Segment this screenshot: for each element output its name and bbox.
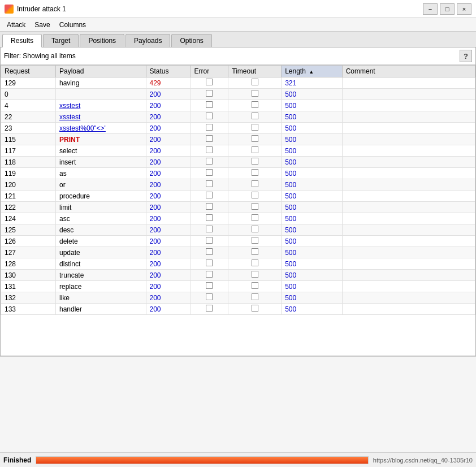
tab-payloads[interactable]: Payloads: [126, 34, 170, 47]
cell-timeout[interactable]: [228, 77, 282, 89]
cell-timeout[interactable]: [228, 236, 282, 247]
cell-timeout[interactable]: [228, 168, 282, 179]
cell-status: 200: [146, 213, 191, 224]
cell-timeout[interactable]: [228, 134, 282, 145]
cell-error[interactable]: [191, 236, 228, 247]
table-row[interactable]: 23xsstest%00"<>'200500: [1, 123, 475, 134]
col-header-length[interactable]: Length ▲: [282, 66, 343, 77]
table-row[interactable]: 125desc200500: [1, 224, 475, 236]
cell-error[interactable]: [191, 157, 228, 168]
cell-timeout[interactable]: [228, 100, 282, 111]
cell-error[interactable]: [191, 247, 228, 258]
cell-error[interactable]: [191, 145, 228, 157]
cell-timeout[interactable]: [228, 292, 282, 304]
menu-save[interactable]: Save: [30, 20, 54, 30]
maximize-button[interactable]: □: [440, 3, 455, 15]
table-row[interactable]: 128distinct200500: [1, 258, 475, 270]
cell-timeout[interactable]: [228, 157, 282, 168]
cell-timeout[interactable]: [228, 213, 282, 224]
minimize-button[interactable]: −: [423, 3, 438, 15]
cell-payload: update: [55, 247, 146, 258]
cell-timeout[interactable]: [228, 224, 282, 236]
table-row[interactable]: 0200500: [1, 89, 475, 100]
cell-error[interactable]: [191, 224, 228, 236]
cell-timeout[interactable]: [228, 179, 282, 191]
cell-length: 500: [282, 213, 343, 224]
cell-error[interactable]: [191, 292, 228, 304]
cell-comment: [342, 292, 475, 304]
cell-request: 23: [1, 123, 56, 134]
table-row[interactable]: 130truncate200500: [1, 270, 475, 281]
cell-error[interactable]: [191, 168, 228, 179]
tab-options[interactable]: Options: [171, 34, 211, 47]
col-header-timeout[interactable]: Timeout: [228, 66, 282, 77]
tab-target[interactable]: Target: [43, 34, 79, 47]
cell-error[interactable]: [191, 89, 228, 100]
cell-request: 132: [1, 292, 56, 304]
table-row[interactable]: 115PRINT200500: [1, 134, 475, 145]
cell-timeout[interactable]: [228, 111, 282, 123]
cell-error[interactable]: [191, 258, 228, 270]
cell-timeout[interactable]: [228, 145, 282, 157]
cell-payload[interactable]: xsstest: [55, 111, 146, 123]
cell-error[interactable]: [191, 270, 228, 281]
cell-error[interactable]: [191, 123, 228, 134]
cell-timeout[interactable]: [228, 258, 282, 270]
filter-text: Filter: Showing all items: [4, 52, 460, 60]
table-row[interactable]: 127update200500: [1, 247, 475, 258]
tab-content: Filter: Showing all items ? Request Payl…: [0, 47, 476, 356]
cell-error[interactable]: [191, 213, 228, 224]
table-row[interactable]: 132like200500: [1, 292, 475, 304]
cell-error[interactable]: [191, 304, 228, 315]
cell-error[interactable]: [191, 77, 228, 89]
cell-length: 500: [282, 224, 343, 236]
table-scroll[interactable]: Request Payload Status Error Timeout Len…: [1, 65, 475, 356]
cell-timeout[interactable]: [228, 281, 282, 292]
cell-timeout[interactable]: [228, 270, 282, 281]
cell-payload[interactable]: xsstest%00"<>': [55, 123, 146, 134]
cell-comment: [342, 123, 475, 134]
filter-help-button[interactable]: ?: [460, 50, 472, 62]
cell-error[interactable]: [191, 281, 228, 292]
table-row[interactable]: 22xsstest200500: [1, 111, 475, 123]
table-row[interactable]: 126delete200500: [1, 236, 475, 247]
cell-payload[interactable]: xsstest: [55, 100, 146, 111]
cell-status: 200: [146, 157, 191, 168]
tab-positions[interactable]: Positions: [80, 34, 124, 47]
table-row[interactable]: 118insert200500: [1, 157, 475, 168]
col-header-request[interactable]: Request: [1, 66, 56, 77]
cell-error[interactable]: [191, 202, 228, 213]
menu-attack[interactable]: Attack: [2, 20, 30, 30]
cell-error[interactable]: [191, 100, 228, 111]
table-row[interactable]: 124asc200500: [1, 213, 475, 224]
cell-error[interactable]: [191, 111, 228, 123]
table-row[interactable]: 119as200500: [1, 168, 475, 179]
cell-timeout[interactable]: [228, 89, 282, 100]
cell-timeout[interactable]: [228, 247, 282, 258]
cell-payload: distinct: [55, 258, 146, 270]
cell-error[interactable]: [191, 134, 228, 145]
table-row[interactable]: 122limit200500: [1, 202, 475, 213]
table-row[interactable]: 121procedure200500: [1, 191, 475, 202]
col-header-comment[interactable]: Comment: [342, 66, 475, 77]
col-header-payload[interactable]: Payload: [55, 66, 146, 77]
cell-timeout[interactable]: [228, 123, 282, 134]
close-button[interactable]: ×: [457, 3, 471, 15]
table-row[interactable]: 4xsstest200500: [1, 100, 475, 111]
menu-columns[interactable]: Columns: [55, 20, 90, 30]
cell-comment: [342, 202, 475, 213]
menu-bar: Attack Save Columns: [0, 18, 476, 32]
table-row[interactable]: 129having429321: [1, 77, 475, 89]
cell-timeout[interactable]: [228, 304, 282, 315]
table-row[interactable]: 120or200500: [1, 179, 475, 191]
col-header-status[interactable]: Status: [146, 66, 191, 77]
cell-error[interactable]: [191, 179, 228, 191]
tab-results[interactable]: Results: [2, 34, 42, 47]
col-header-error[interactable]: Error: [191, 66, 228, 77]
cell-timeout[interactable]: [228, 191, 282, 202]
table-row[interactable]: 133handler200500: [1, 304, 475, 315]
cell-error[interactable]: [191, 191, 228, 202]
table-row[interactable]: 131replace200500: [1, 281, 475, 292]
table-row[interactable]: 117select200500: [1, 145, 475, 157]
cell-timeout[interactable]: [228, 202, 282, 213]
